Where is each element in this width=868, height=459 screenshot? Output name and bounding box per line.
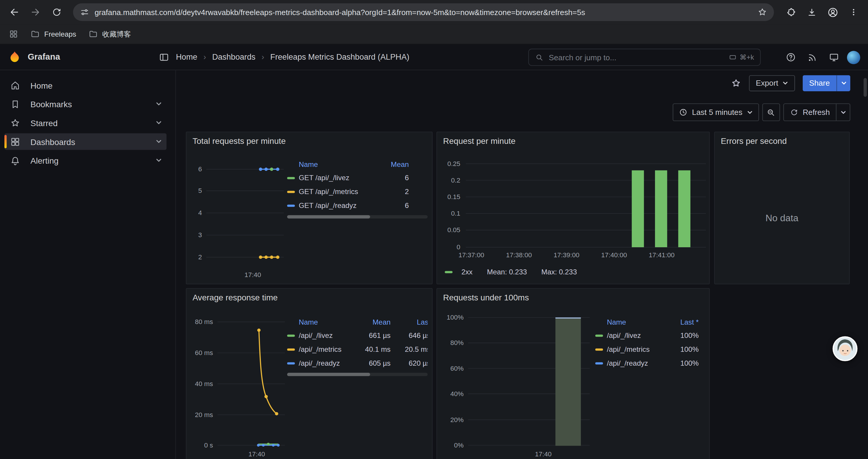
svg-text:17:37:00: 17:37:00 [459,251,484,259]
kiosk-mode-icon[interactable] [826,49,842,66]
legend-header-mean[interactable]: Mean [361,318,391,326]
svg-text:17:40: 17:40 [535,451,552,458]
folder-icon [88,29,98,39]
star-icon [10,118,21,128]
dashboard-actions: Export Share [731,75,850,91]
bookmark-blog-folder[interactable]: 收藏博客 [88,29,131,39]
request-per-minute-chart: 0.25 0.2 0.15 0.1 0.05 0 17:37:00 17:38:… [441,158,708,263]
svg-text:0 s: 0 s [204,441,213,449]
under-100ms-chart: 100% 80% 60% 40% 20% 0% 17:40 [441,314,593,459]
help-icon[interactable] [782,49,799,66]
series-swatch [287,362,295,364]
chevron-down-icon[interactable] [155,138,162,145]
address-bar[interactable]: grafana.mathmast.com/d/deytv4rwavabkb/fr… [73,3,774,21]
panel-title[interactable]: Request per minute [443,136,516,145]
panel-title[interactable]: Total requests per minute [193,136,286,145]
time-range-picker[interactable]: Last 5 minutes [673,103,759,121]
sidebar-item-dashboards[interactable]: Dashboards [4,133,167,150]
browser-toolbar: grafana.mathmast.com/d/deytv4rwavabkb/fr… [0,0,868,24]
assistant-avatar[interactable] [833,336,857,361]
panel-request-per-minute: Request per minute 0.25 0.2 0.15 0.1 0.0… [436,132,710,285]
svg-text:60 ms: 60 ms [195,349,213,357]
share-button[interactable]: Share [802,75,850,91]
site-info-icon[interactable] [80,7,90,17]
refresh-button[interactable]: Refresh [784,104,836,121]
series-swatch [445,271,452,273]
browser-menu-icon[interactable] [845,3,862,21]
sidebar-item-bookmarks[interactable]: Bookmarks [4,96,167,112]
sidebar-toggle-icon[interactable] [159,52,169,62]
svg-text:60%: 60% [450,365,464,372]
svg-text:17:40: 17:40 [245,271,261,278]
favorite-star-icon[interactable] [731,78,742,88]
svg-text:5: 5 [198,187,202,195]
svg-text:80 ms: 80 ms [195,318,213,326]
refresh-icon [790,108,798,117]
grafana-header: Grafana Home › Dashboards › Freeleaps Me… [0,44,868,70]
legend-header-mean[interactable]: Mean [376,160,409,168]
panel-average-response-time: Average response time 80 ms 60 ms 40 ms … [186,288,433,459]
legend-row: /api/_/readyz 100% [595,356,709,370]
svg-text:0.05: 0.05 [447,226,460,234]
breadcrumb-home[interactable]: Home [176,53,197,61]
apps-grid-icon[interactable] [9,29,18,39]
panel-total-requests: Total requests per minute 6 5 4 3 2 [186,132,433,285]
avg-response-chart: 80 ms 60 ms 40 ms 20 ms 0 s 17:40 [189,315,287,459]
export-button[interactable]: Export [749,75,795,91]
zoom-out-button[interactable] [762,103,780,121]
keyboard-icon [728,53,737,61]
series-swatch [287,204,295,206]
svg-text:2: 2 [198,254,202,261]
series-name[interactable]: 2xx [462,268,473,276]
refresh-interval-chevron[interactable] [836,104,850,121]
svg-text:0.1: 0.1 [451,210,460,217]
extensions-icon[interactable] [782,3,800,21]
back-button[interactable] [6,3,23,21]
page-scrollbar[interactable] [864,78,867,97]
bookmark-star-icon[interactable] [757,7,767,17]
downloads-icon[interactable] [803,3,820,21]
legend-header-name[interactable]: Name [287,160,376,168]
sidebar-item-home[interactable]: Home [4,77,167,93]
reload-button[interactable] [48,3,65,21]
refresh-group: Refresh [783,103,850,121]
grafana-brand-name: Grafana [28,52,60,62]
svg-text:80%: 80% [450,339,464,347]
profile-icon[interactable] [824,3,841,21]
legend-header-last[interactable]: Last * [673,318,699,326]
legend-header-name[interactable]: Name [595,318,673,326]
panel-title[interactable]: Average response time [193,293,278,302]
folder-icon [30,29,40,39]
forward-button[interactable] [27,3,44,21]
browser-window: grafana.mathmast.com/d/deytv4rwavabkb/fr… [0,0,868,459]
grafana-brand: Grafana [0,50,176,64]
user-avatar[interactable] [847,51,860,64]
chevron-down-icon[interactable] [155,119,162,126]
sidebar-item-alerting[interactable]: Alerting [4,152,167,169]
legend-scrollbar[interactable] [287,215,428,218]
panel-title[interactable]: Errors per second [721,136,787,145]
svg-text:4: 4 [198,209,202,217]
panel-errors-per-second: Errors per second No data [714,132,850,285]
legend-row: GET /api/_/metrics 2 [287,185,428,198]
search-placeholder: Search or jump to... [549,53,617,62]
grafana-logo[interactable] [8,50,22,64]
svg-text:0%: 0% [454,441,464,449]
search-input[interactable]: Search or jump to... ⌘+k [528,49,761,66]
avatar-illustration [834,337,857,360]
news-icon[interactable] [804,49,820,66]
zoom-out-icon [766,107,776,117]
svg-text:3: 3 [198,231,202,239]
chevron-down-icon[interactable] [155,157,162,164]
chevron-down-icon[interactable] [155,101,162,107]
breadcrumb-dashboards[interactable]: Dashboards [212,53,255,61]
sidebar-item-starred[interactable]: Starred [4,114,167,131]
legend-header-last[interactable]: Last [391,318,428,326]
legend-scrollbar[interactable] [287,373,428,376]
bookmark-freeleaps[interactable]: Freeleaps [30,29,76,39]
legend-header-name[interactable]: Name [287,318,361,326]
dashboard-canvas: Export Share Last 5 minutes [176,70,868,459]
share-menu-chevron[interactable] [836,75,850,91]
panel-title[interactable]: Requests under 100ms [443,293,529,302]
series-swatch [287,177,295,179]
